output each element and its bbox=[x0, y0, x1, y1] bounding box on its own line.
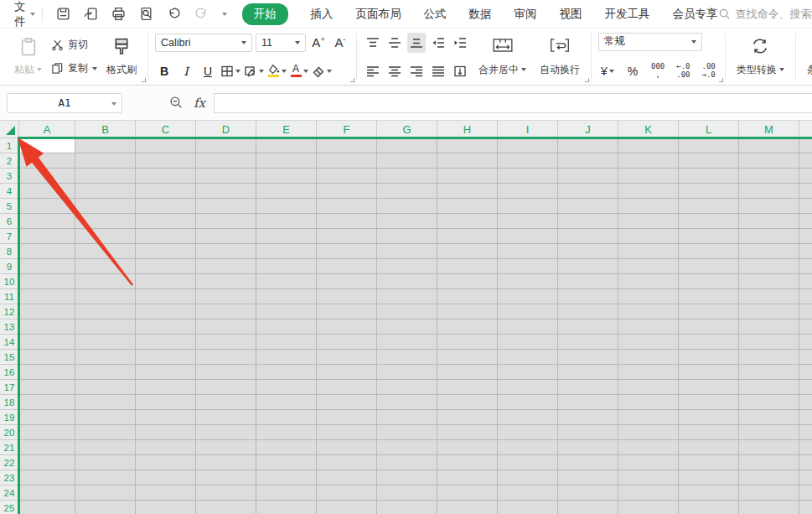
cell-G19[interactable] bbox=[377, 410, 437, 425]
row-header-25[interactable]: 25 bbox=[0, 501, 19, 514]
cell-L6[interactable] bbox=[679, 214, 739, 229]
cell-A2[interactable] bbox=[19, 153, 75, 169]
cell-K8[interactable] bbox=[618, 244, 679, 259]
cell-G10[interactable] bbox=[377, 274, 437, 289]
cell-A25[interactable] bbox=[19, 501, 75, 514]
increase-indent-button[interactable] bbox=[451, 33, 469, 53]
cell-J9[interactable] bbox=[558, 259, 618, 274]
cell-D4[interactable] bbox=[196, 184, 256, 199]
row-header-9[interactable]: 9 bbox=[0, 259, 19, 274]
cell-M3[interactable] bbox=[739, 169, 799, 184]
cell-I24[interactable] bbox=[498, 485, 558, 501]
cell-M20[interactable] bbox=[739, 425, 799, 440]
cell-H1[interactable] bbox=[437, 138, 498, 153]
cell-G13[interactable] bbox=[377, 319, 437, 335]
cell-L12[interactable] bbox=[679, 304, 739, 319]
cell-K22[interactable] bbox=[618, 455, 679, 470]
cell-M16[interactable] bbox=[739, 365, 799, 380]
cell-E7[interactable] bbox=[256, 229, 317, 244]
cell-H13[interactable] bbox=[437, 319, 498, 335]
cell-I15[interactable] bbox=[498, 350, 558, 365]
row-header-18[interactable]: 18 bbox=[0, 395, 19, 410]
dialog-launcher-icon[interactable] bbox=[350, 78, 354, 82]
cell-H8[interactable] bbox=[437, 244, 498, 259]
cell-partial-1[interactable] bbox=[799, 138, 812, 153]
cell-D14[interactable] bbox=[196, 335, 256, 350]
cell-J8[interactable] bbox=[558, 244, 618, 259]
tab-data[interactable]: 数据 bbox=[469, 7, 492, 22]
cell-C24[interactable] bbox=[136, 485, 196, 501]
cell-M7[interactable] bbox=[739, 229, 799, 244]
cell-D2[interactable] bbox=[196, 153, 256, 169]
cell-G18[interactable] bbox=[377, 395, 437, 410]
decrease-indent-button[interactable] bbox=[429, 33, 447, 53]
tab-review[interactable]: 审阅 bbox=[515, 7, 537, 22]
cell-J21[interactable] bbox=[558, 440, 618, 455]
cell-B9[interactable] bbox=[75, 259, 136, 274]
column-header-M[interactable]: M bbox=[739, 121, 799, 138]
cell-G23[interactable] bbox=[377, 470, 437, 485]
export-button[interactable] bbox=[80, 5, 102, 23]
cell-I8[interactable] bbox=[498, 244, 558, 259]
cell-A16[interactable] bbox=[19, 365, 75, 380]
cell-C18[interactable] bbox=[136, 395, 196, 410]
align-left-button[interactable] bbox=[364, 61, 382, 81]
cell-E19[interactable] bbox=[256, 410, 317, 425]
cell-D7[interactable] bbox=[196, 229, 256, 244]
cell-M19[interactable] bbox=[739, 410, 799, 425]
cell-J20[interactable] bbox=[558, 425, 618, 440]
cell-G16[interactable] bbox=[377, 365, 437, 380]
cell-I5[interactable] bbox=[498, 199, 558, 214]
cell-C7[interactable] bbox=[136, 229, 196, 244]
cell-J10[interactable] bbox=[558, 274, 618, 289]
print-preview-button[interactable] bbox=[135, 5, 158, 23]
cell-F24[interactable] bbox=[317, 485, 377, 501]
cell-K5[interactable] bbox=[618, 199, 679, 214]
underline-button[interactable]: U bbox=[199, 61, 217, 81]
increase-font-button[interactable]: A+ bbox=[309, 33, 328, 53]
cell-J13[interactable] bbox=[558, 319, 618, 335]
cell-I1[interactable] bbox=[498, 138, 558, 153]
cell-H22[interactable] bbox=[437, 455, 498, 470]
cell-partial-25[interactable] bbox=[799, 501, 812, 514]
cell-J1[interactable] bbox=[558, 138, 618, 153]
cell-E15[interactable] bbox=[256, 350, 317, 365]
row-header-20[interactable]: 20 bbox=[0, 425, 19, 440]
cell-G15[interactable] bbox=[377, 350, 437, 365]
cell-L20[interactable] bbox=[679, 425, 739, 440]
cell-J5[interactable] bbox=[558, 199, 618, 214]
decrease-decimal-button[interactable]: .00→.0 bbox=[700, 63, 718, 79]
cell-partial-18[interactable] bbox=[799, 395, 812, 410]
cell-I19[interactable] bbox=[498, 410, 558, 425]
cell-I11[interactable] bbox=[498, 289, 558, 304]
cell-A24[interactable] bbox=[19, 485, 75, 501]
cell-partial-10[interactable] bbox=[799, 274, 812, 289]
cell-E9[interactable] bbox=[256, 259, 317, 274]
cell-K25[interactable] bbox=[618, 501, 679, 514]
cell-J19[interactable] bbox=[558, 410, 618, 425]
cell-B20[interactable] bbox=[75, 425, 136, 440]
cell-F2[interactable] bbox=[317, 153, 377, 169]
cell-B23[interactable] bbox=[75, 470, 136, 485]
cell-C10[interactable] bbox=[136, 274, 196, 289]
cell-I6[interactable] bbox=[498, 214, 558, 229]
cell-E23[interactable] bbox=[256, 470, 317, 485]
dialog-launcher-icon[interactable] bbox=[142, 78, 146, 82]
cell-K12[interactable] bbox=[618, 304, 679, 319]
row-header-14[interactable]: 14 bbox=[0, 335, 19, 350]
tab-insert[interactable]: 插入 bbox=[311, 7, 334, 22]
cell-B13[interactable] bbox=[75, 319, 136, 335]
cell-K21[interactable] bbox=[618, 440, 679, 455]
cell-G22[interactable] bbox=[377, 455, 437, 470]
column-header-C[interactable]: C bbox=[136, 121, 196, 138]
row-header-15[interactable]: 15 bbox=[0, 350, 19, 365]
cell-F8[interactable] bbox=[317, 244, 377, 259]
cell-K2[interactable] bbox=[618, 153, 679, 169]
cell-G25[interactable] bbox=[377, 501, 437, 514]
font-family-select[interactable]: Calibri bbox=[155, 34, 252, 52]
cell-K20[interactable] bbox=[618, 425, 679, 440]
decrease-font-button[interactable]: A- bbox=[331, 33, 349, 53]
select-all-corner[interactable] bbox=[0, 121, 19, 138]
cell-K18[interactable] bbox=[618, 395, 679, 410]
cell-I20[interactable] bbox=[498, 425, 558, 440]
